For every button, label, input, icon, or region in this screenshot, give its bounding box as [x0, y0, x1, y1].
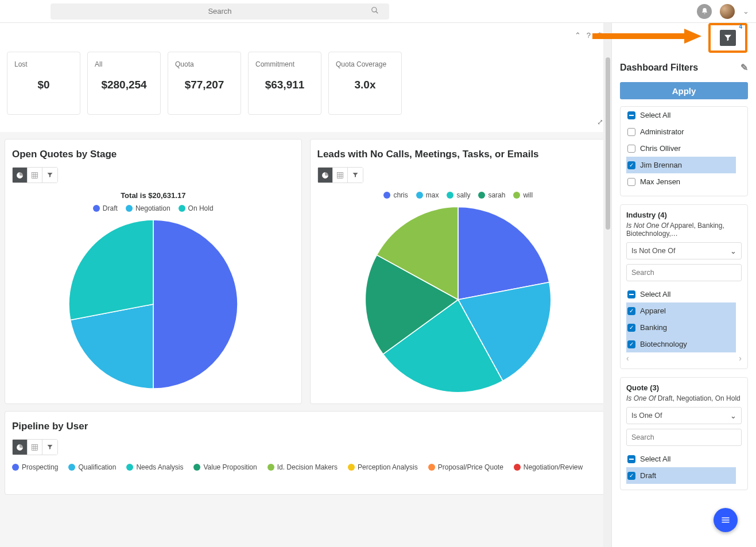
legend-item[interactable]: will — [513, 191, 533, 199]
checkbox-row[interactable]: Jim Brennan — [626, 157, 736, 173]
legend-item[interactable]: sally — [447, 191, 470, 199]
filter-search-input[interactable] — [626, 264, 742, 281]
chevron-down-icon[interactable]: ⌄ — [743, 7, 749, 15]
filter-chart-button[interactable] — [42, 440, 57, 455]
pipeline-panel: Pipeline by User ProspectingQualificatio… — [5, 411, 607, 495]
filter-chart-button[interactable] — [42, 168, 57, 183]
checkbox-icon — [627, 128, 635, 136]
legend-item[interactable]: Draft — [93, 204, 118, 212]
select-all-row[interactable]: Select All — [626, 286, 742, 302]
legend-item[interactable]: Negotiation/Review — [514, 463, 583, 471]
checkbox-partial-icon — [627, 455, 635, 463]
user-avatar[interactable] — [720, 4, 735, 19]
kpi-card[interactable]: Commitment$63,911 — [248, 52, 321, 115]
checkbox-row[interactable]: Max Jensen — [626, 173, 736, 190]
select-all-row[interactable]: Select All — [626, 451, 742, 467]
checkbox-row[interactable]: Banking — [626, 319, 736, 336]
filter-button-highlight: 4 — [708, 23, 747, 53]
legend-item[interactable]: Id. Decision Makers — [267, 463, 338, 471]
legend-item[interactable]: max — [416, 191, 439, 199]
expand-icon[interactable]: ⤢ — [597, 118, 603, 126]
filter-group-title: Industry (4) — [626, 211, 742, 219]
svg-point-0 — [372, 7, 377, 12]
content-scrollbar[interactable] — [603, 23, 611, 547]
table-view-button[interactable] — [28, 168, 42, 183]
scroll-right-icon[interactable]: › — [739, 354, 742, 363]
legend-item[interactable]: On Hold — [179, 204, 214, 212]
legend-dot-icon — [348, 464, 355, 471]
filter-chart-button[interactable] — [348, 168, 363, 183]
pie-chart-quotes — [67, 218, 239, 390]
dashboard-filter-button[interactable]: 4 — [720, 30, 736, 46]
chart-view-button[interactable] — [13, 440, 28, 455]
callout-arrow — [592, 28, 701, 45]
help-icon[interactable]: ? — [587, 31, 591, 40]
legend-dot-icon — [428, 464, 435, 471]
filters-title: Dashboard Filters — [620, 63, 698, 73]
checkbox-row[interactable]: Biotechnology — [626, 336, 736, 352]
checkbox-icon — [627, 324, 635, 332]
help-fab[interactable] — [714, 508, 738, 532]
chevron-down-icon: ⌄ — [730, 247, 736, 255]
operator-select[interactable]: Is One Of⌄ — [626, 407, 742, 424]
select-all-row[interactable]: Select All — [626, 107, 742, 123]
topbar: ⌄ — [0, 0, 756, 23]
filter-group-desc: Is One Of Draft, Negotiation, On Hold — [626, 394, 742, 402]
legend-dot-icon — [93, 205, 100, 212]
kpi-card[interactable]: Quota Coverage3.0x — [328, 52, 402, 115]
dashboard-content: ⌃ ? ⚙ Lost$0All$280,254Quota$77,207Commi… — [0, 23, 611, 547]
legend-item[interactable]: chris — [383, 191, 408, 199]
checkbox-row[interactable]: Draft — [626, 467, 736, 484]
search-input[interactable] — [51, 7, 389, 15]
legend-item[interactable]: Negotiation — [126, 204, 170, 212]
kpi-label: Commitment — [255, 60, 314, 68]
legend-item[interactable]: Proposal/Price Quote — [428, 463, 503, 471]
checkbox-icon — [627, 472, 635, 480]
apply-button[interactable]: Apply — [620, 82, 748, 99]
chart-title: Leads with No Calls, Meetings, Tasks, or… — [317, 149, 600, 160]
chart-title: Pipeline by User — [12, 421, 599, 432]
legend-dot-icon — [68, 464, 75, 471]
kpi-panel: ⌃ ? ⚙ Lost$0All$280,254Quota$77,207Commi… — [0, 23, 611, 132]
table-view-button[interactable] — [333, 168, 348, 183]
legend-dot-icon — [193, 464, 200, 471]
kpi-card[interactable]: All$280,254 — [87, 52, 161, 115]
edit-icon[interactable]: ✎ — [741, 62, 748, 73]
kpi-label: Quota Coverage — [336, 60, 394, 68]
global-search[interactable] — [51, 3, 389, 20]
scroll-left-icon[interactable]: ‹ — [626, 354, 629, 363]
search-icon — [371, 6, 379, 16]
kpi-label: Lost — [14, 60, 73, 68]
legend-item[interactable]: Prospecting — [12, 463, 58, 471]
legend-dot-icon — [513, 192, 520, 199]
chart-view-button[interactable] — [318, 168, 333, 183]
legend-item[interactable]: Needs Analysis — [126, 463, 183, 471]
chart-total: Total is $20,631.17 — [12, 191, 294, 200]
legend-item[interactable]: Qualification — [68, 463, 116, 471]
legend-item[interactable]: sarah — [478, 191, 505, 199]
collapse-icon[interactable]: ⌃ — [575, 31, 581, 40]
checkbox-row[interactable]: Apparel — [626, 302, 736, 319]
checkbox-row[interactable]: Chris Olliver — [626, 140, 736, 157]
legend-dot-icon — [179, 205, 185, 212]
checkbox-icon — [627, 161, 635, 169]
kpi-card[interactable]: Quota$77,207 — [168, 52, 241, 115]
kpi-value: 3.0x — [336, 79, 394, 91]
checkbox-partial-icon — [627, 111, 635, 119]
filter-search-input[interactable] — [626, 429, 742, 446]
legend-item[interactable]: Value Proposition — [193, 463, 257, 471]
filter-group-user: Select All AdministratorChris OlliverJim… — [620, 106, 748, 196]
svg-marker-3 — [684, 29, 701, 44]
legend-dot-icon — [383, 192, 390, 199]
operator-select[interactable]: Is Not One Of⌄ — [626, 242, 742, 259]
notifications-icon[interactable] — [697, 4, 712, 19]
legend-dot-icon — [478, 192, 485, 199]
svg-rect-4 — [32, 172, 38, 178]
legend-item[interactable]: Perception Analysis — [348, 463, 418, 471]
checkbox-partial-icon — [627, 290, 635, 298]
chart-view-button[interactable] — [13, 168, 28, 183]
checkbox-row[interactable]: Administrator — [626, 123, 736, 140]
table-view-button[interactable] — [28, 440, 42, 455]
kpi-card[interactable]: Lost$0 — [7, 52, 80, 115]
legend-dot-icon — [267, 464, 274, 471]
